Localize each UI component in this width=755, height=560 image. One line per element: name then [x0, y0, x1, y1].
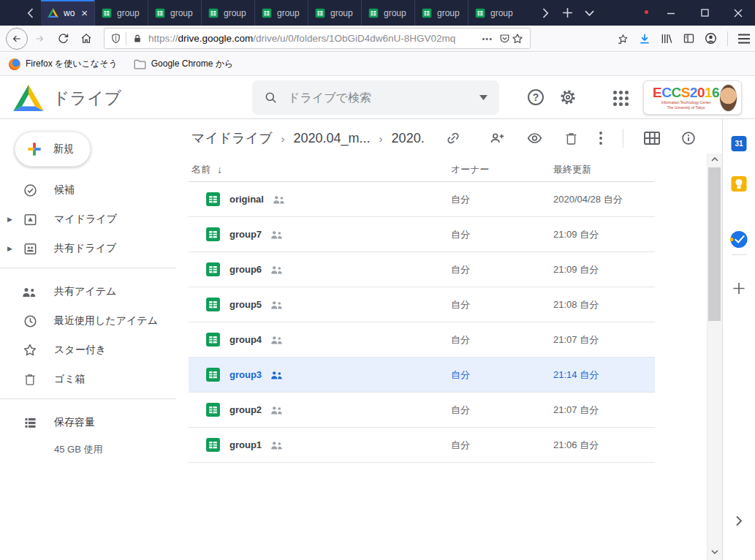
sidebar-item-priority[interactable]: 候補 — [0, 175, 176, 205]
tab-list-dropdown-button[interactable] — [578, 0, 600, 26]
add-panel-app-button[interactable] — [733, 282, 745, 295]
tab-scroll-right-button[interactable] — [534, 0, 556, 26]
delete-trash-icon[interactable] — [564, 131, 579, 146]
account-badge[interactable]: ECCS2016 Information Technology Center T… — [643, 80, 742, 115]
tab-group-8[interactable]: group — [468, 0, 521, 26]
sidebar-item-shared-with-me[interactable]: 共有アイテム — [0, 277, 176, 306]
back-button[interactable] — [6, 28, 28, 50]
table-row[interactable]: group7 自分 21:09 自分 — [189, 217, 655, 252]
bookmark-star-icon[interactable] — [511, 32, 524, 45]
eccs-subtext-1: Information Technology Center — [661, 101, 711, 105]
tab-drive-active[interactable]: wo × — [41, 0, 94, 26]
reload-button[interactable] — [51, 27, 75, 50]
table-row[interactable]: group2 自分 21:07 自分 — [189, 393, 655, 428]
column-header-modified[interactable]: 最終更新 — [553, 163, 655, 176]
window-maximize-button[interactable] — [688, 0, 721, 26]
avatar[interactable] — [719, 84, 737, 112]
forward-button[interactable] — [28, 27, 51, 50]
sort-descending-icon[interactable]: ↓ — [217, 164, 222, 175]
scrollbar-thumb[interactable] — [708, 167, 721, 321]
bookmark-firefox[interactable]: Firefox を使いこなそう — [9, 58, 118, 70]
maximize-icon — [701, 9, 709, 17]
file-owner: 自分 — [451, 228, 553, 241]
file-name: original — [229, 194, 264, 205]
grid-view-icon[interactable] — [643, 131, 661, 145]
table-row[interactable]: group1 自分 21:06 自分 — [189, 428, 655, 463]
table-row[interactable]: group6 自分 21:09 自分 — [189, 252, 655, 287]
new-button[interactable]: 新規 — [15, 132, 91, 167]
tab-group-3[interactable]: group — [201, 0, 254, 26]
tab-group-2[interactable]: group — [148, 0, 201, 26]
toolbar-right — [616, 31, 751, 46]
keep-icon[interactable] — [732, 176, 747, 192]
library-icon[interactable] — [659, 32, 674, 45]
settings-button[interactable] — [559, 88, 577, 106]
breadcrumb-folder-1[interactable]: 2020.04_m... — [294, 131, 371, 146]
page-actions-button[interactable]: ••• — [482, 34, 493, 43]
window-minimize-button[interactable] — [654, 0, 688, 26]
share-add-person-icon[interactable] — [488, 130, 506, 146]
tab-group-6[interactable]: group — [361, 0, 414, 26]
table-row[interactable]: original 自分 2020/04/28 自分 — [189, 182, 655, 217]
expand-arrow-icon[interactable]: ▶ — [7, 245, 12, 252]
hide-side-panel-button[interactable] — [736, 515, 743, 526]
tab-group-7[interactable]: group — [414, 0, 468, 26]
scrollbar-down-button[interactable] — [707, 546, 722, 557]
column-header-name[interactable]: 名前↓ — [189, 163, 451, 176]
tab-group-4[interactable]: group — [254, 0, 308, 26]
more-options-icon[interactable] — [599, 131, 603, 145]
apps-grid-button[interactable] — [613, 91, 629, 106]
info-icon[interactable] — [680, 130, 697, 146]
scrollbar[interactable] — [707, 119, 722, 560]
help-button[interactable]: ? — [528, 89, 544, 105]
expand-arrow-icon[interactable]: ▶ — [7, 216, 12, 223]
sheets-file-icon — [205, 297, 221, 312]
sheets-file-icon — [205, 192, 221, 207]
calendar-icon[interactable]: 31 — [732, 136, 747, 151]
menu-icon[interactable] — [737, 34, 751, 44]
sidebar-item-starred[interactable]: スター付き — [0, 336, 176, 365]
tab-group-1[interactable]: group — [94, 0, 148, 26]
tab-group-5[interactable]: group — [308, 0, 361, 26]
tab-close-icon[interactable]: × — [81, 7, 88, 18]
drive-search-bar[interactable] — [252, 80, 499, 115]
breadcrumb-folder-2[interactable]: 2020. — [392, 131, 425, 146]
get-link-icon[interactable] — [445, 130, 461, 146]
clock-icon — [23, 314, 38, 329]
divider — [126, 32, 126, 45]
preview-eye-icon[interactable] — [526, 130, 544, 146]
new-tab-button[interactable] — [556, 0, 578, 26]
home-icon — [80, 32, 93, 45]
pocket-icon[interactable] — [498, 33, 511, 45]
whats-new-star-icon[interactable] — [616, 31, 630, 45]
sidebar-item-my-drive[interactable]: ▶ マイドライブ — [0, 205, 176, 234]
search-options-caret-icon[interactable] — [479, 95, 487, 100]
downloads-icon[interactable] — [638, 32, 651, 45]
tab-scroll-left-button[interactable] — [19, 0, 41, 26]
sidebar-toggle-icon[interactable] — [682, 32, 696, 45]
shared-people-icon — [270, 300, 284, 309]
search-input[interactable] — [288, 91, 469, 105]
url-text[interactable]: https://drive.google.com/drive/u/0/folde… — [148, 33, 476, 44]
url-bar[interactable]: https://drive.google.com/drive/u/0/folde… — [104, 28, 531, 49]
sidebar-item-storage[interactable]: 保存容量 — [0, 408, 176, 437]
breadcrumb-my-drive[interactable]: マイドライブ — [191, 129, 273, 147]
account-icon[interactable] — [704, 31, 718, 45]
scrollbar-up-button[interactable] — [707, 154, 722, 164]
table-row-selected[interactable]: group3 自分 21:14 自分 — [189, 357, 655, 393]
sidebar-item-shared-drives[interactable]: ▶ 共有ドライブ — [0, 234, 176, 263]
bookmark-folder-chrome[interactable]: Google Chrome から — [134, 58, 234, 70]
sidebar-item-trash[interactable]: ゴミ箱 — [0, 365, 176, 394]
home-button[interactable] — [75, 27, 98, 50]
minimize-icon — [667, 9, 675, 18]
eccs-subtext-2: The University of Tokyo — [667, 106, 705, 110]
tasks-icon[interactable] — [731, 231, 748, 248]
drive-logo[interactable]: ドライブ — [13, 85, 121, 111]
sidebar-item-recent[interactable]: 最近使用したアイテム — [0, 306, 176, 336]
table-row[interactable]: group4 自分 21:07 自分 — [189, 322, 655, 357]
drive-logo-text: ドライブ — [53, 87, 121, 110]
search-icon[interactable] — [264, 91, 278, 105]
window-close-button[interactable] — [721, 0, 755, 26]
table-row[interactable]: group5 自分 21:08 自分 — [189, 287, 655, 322]
column-header-owner[interactable]: オーナー — [451, 163, 553, 176]
